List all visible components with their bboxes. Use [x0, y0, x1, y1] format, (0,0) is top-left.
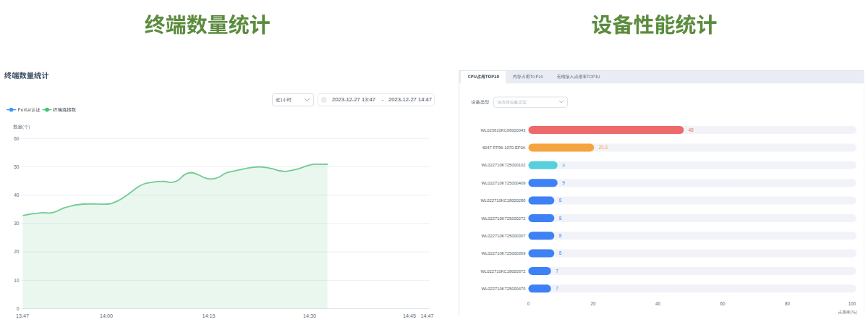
- svg-text:8: 8: [559, 233, 562, 238]
- svg-text:50: 50: [14, 164, 20, 169]
- svg-text:100: 100: [848, 301, 856, 306]
- svg-text:8: 8: [559, 198, 562, 203]
- svg-text:9: 9: [562, 163, 565, 168]
- svg-text:14:15: 14:15: [203, 313, 216, 319]
- svg-text:7: 7: [556, 268, 558, 274]
- svg-text:20: 20: [14, 249, 20, 254]
- svg-text:7: 7: [556, 286, 558, 291]
- svg-text:13:47: 13:47: [16, 313, 29, 319]
- svg-text:WL022710K725000369: WL022710K725000369: [482, 251, 526, 255]
- svg-text:WL022710K725000470: WL022710K725000470: [482, 287, 526, 291]
- svg-text:40: 40: [14, 192, 20, 198]
- svg-text:10: 10: [14, 278, 20, 283]
- svg-text:6047-FF96-1070-EF0A: 6047-FF96-1070-EF0A: [482, 145, 526, 150]
- svg-text:80: 80: [785, 301, 791, 306]
- svg-text:14:45: 14:45: [403, 313, 416, 319]
- svg-text:14:47: 14:47: [421, 313, 434, 319]
- svg-text:WL022710K725000272: WL022710K725000272: [482, 216, 526, 221]
- svg-text:WL022710K725000409: WL022710K725000409: [482, 181, 526, 185]
- svg-text:14:30: 14:30: [303, 313, 316, 319]
- svg-text:30: 30: [14, 221, 20, 226]
- svg-text:14:00: 14:00: [100, 313, 113, 319]
- svg-text:60: 60: [14, 136, 20, 141]
- svg-text:20: 20: [590, 301, 596, 306]
- svg-text:WL023610KC06000043: WL023610KC06000043: [481, 128, 526, 132]
- svg-text:WL022710KC18000372: WL022710KC18000372: [481, 269, 526, 274]
- svg-text:WL022710KC18000280: WL022710KC18000280: [481, 198, 526, 203]
- svg-text:20.3: 20.3: [599, 145, 608, 150]
- svg-text:60: 60: [720, 301, 726, 306]
- svg-text:WL022710K725000102: WL022710K725000102: [482, 163, 526, 167]
- svg-text:WL022710K725000307: WL022710K725000307: [482, 234, 526, 238]
- svg-text:0: 0: [527, 301, 530, 306]
- svg-text:0: 0: [17, 306, 20, 311]
- svg-text:2023-12-27 13:47: 2023-12-27 13:47: [332, 96, 375, 103]
- svg-text:48: 48: [689, 127, 694, 132]
- svg-text:9: 9: [562, 180, 565, 185]
- svg-text:8: 8: [559, 250, 562, 255]
- svg-text:40: 40: [655, 301, 661, 306]
- svg-text:2023-12-27 14:47: 2023-12-27 14:47: [388, 96, 432, 103]
- svg-text:8: 8: [559, 216, 562, 221]
